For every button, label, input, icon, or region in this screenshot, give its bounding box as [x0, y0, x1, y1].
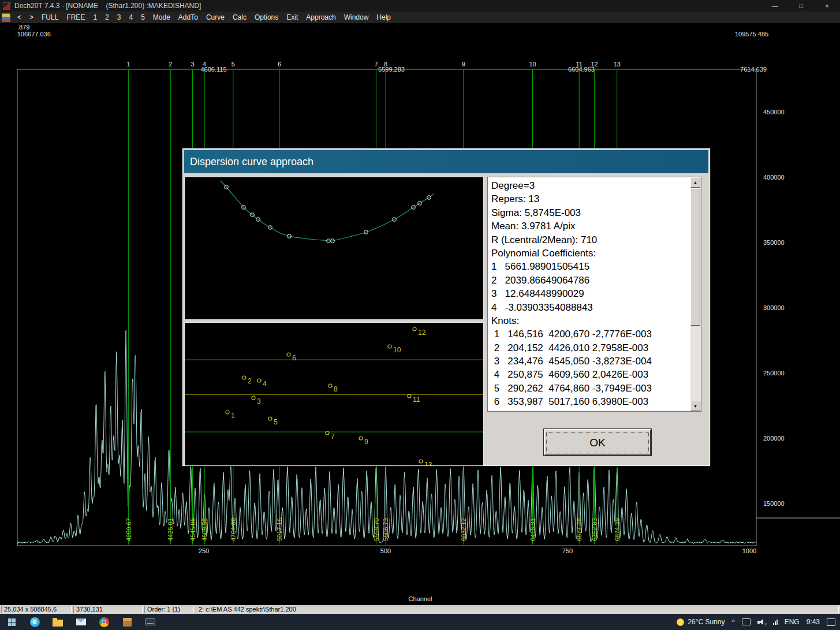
chrome-icon — [99, 617, 109, 627]
fit-info-line: 5 290,262 4764,860 -3,7949E-003 — [491, 382, 690, 395]
volume-muted-icon[interactable]: × — [757, 619, 766, 625]
tray-expand-icon[interactable]: ^ — [731, 618, 734, 625]
fit-info-line: 6 353,987 5017,160 6,3980E-003 — [491, 395, 690, 408]
menu-item-5[interactable]: 5 — [137, 13, 149, 21]
residual-point-13 — [419, 460, 423, 463]
residual-point-label: 13 — [424, 461, 432, 466]
residual-point-label: 8 — [334, 385, 338, 393]
scrollbar-thumb[interactable] — [690, 188, 700, 326]
fit-info-line: 4 250,875 4609,560 2,0426E-003 — [491, 368, 690, 381]
taskbar-item-chrome[interactable] — [92, 614, 115, 630]
wavelength-scale-label: 7614.639 — [740, 66, 767, 73]
residual-point-3 — [252, 396, 255, 400]
menu-item-calc[interactable]: Calc — [229, 13, 251, 21]
windows-logo-icon — [8, 618, 16, 626]
residual-point-label: 3 — [257, 397, 261, 405]
maximize-button[interactable]: □ — [788, 0, 814, 12]
scroll-down-icon[interactable]: ▼ — [690, 401, 700, 411]
window-controls: — □ × — [762, 0, 840, 12]
y-axis-tick: 400000 — [763, 174, 785, 181]
taskbar-item-mail[interactable] — [69, 614, 92, 630]
fit-info-line: 2 204,152 4426,010 2,7958E-003 — [491, 341, 690, 355]
scroll-up-icon[interactable]: ▲ — [690, 177, 700, 188]
reper-number-2: 2 — [169, 61, 172, 68]
menu-item-options[interactable]: Options — [251, 13, 282, 21]
reper-wavelength-label: 4545.05 — [189, 518, 196, 541]
fit-info-line: 3 234,476 4545,050 -3,8273E-004 — [491, 355, 690, 368]
status-cursor-coords: 25,034 x 508845,6 — [1, 606, 72, 613]
start-button[interactable] — [0, 614, 23, 630]
keyboard-icon — [145, 618, 155, 625]
menu-item-3[interactable]: 3 — [113, 13, 125, 21]
x-axis-tick: 250 — [199, 547, 209, 554]
taskbar-clock[interactable]: 9:43 — [807, 618, 820, 626]
residual-point-label: 11 — [413, 396, 420, 404]
menu-item-curve[interactable]: Curve — [202, 13, 229, 21]
menu-item-approach[interactable]: Approach — [302, 13, 339, 21]
close-button[interactable]: × — [814, 0, 840, 12]
dialog-title: Dispersion curve approach — [190, 156, 313, 167]
fit-info-line: Sigma: 5,8745E-003 — [491, 206, 690, 219]
menu-items: <>FULLFREE12345ModeAddToCurveCalcOptions… — [13, 13, 395, 21]
fit-info-line: 3 12.648448990029 — [491, 287, 690, 300]
reper-number-5: 5 — [232, 61, 235, 68]
fit-info-line: 4 -3.03903354088843 — [491, 301, 690, 314]
menu-item-full[interactable]: FULL — [38, 13, 62, 21]
network-icon[interactable] — [773, 619, 778, 625]
taskbar: e 26°C Sunny ^ × ENG 9:43 — [0, 614, 840, 630]
weather-text: 26°C Sunny — [688, 618, 725, 626]
reper-number-6: 6 — [278, 61, 281, 68]
taskbar-item-app1[interactable] — [115, 614, 139, 630]
language-indicator[interactable]: ENG — [785, 618, 800, 626]
reper-wavelength-label: 4764.86 — [230, 518, 237, 541]
fit-info-line: 1 5661.98901505415 — [491, 260, 690, 273]
cursor-readout-right: 109575.485 — [735, 31, 768, 38]
fit-info-line: Repers: 13 — [491, 192, 690, 206]
dispersion-dialog: Dispersion curve approach 12345678910111… — [182, 148, 710, 466]
dispersion-curve-plot — [184, 177, 484, 320]
fit-info-line: 2 2039.86649064786 — [491, 274, 690, 287]
fit-info-line: R (Lcentral/2Mean): 710 — [491, 233, 690, 247]
mute-x-icon: × — [764, 622, 767, 627]
edge-icon: e — [30, 617, 40, 627]
menu-item-4[interactable]: 4 — [125, 13, 137, 21]
ok-button[interactable]: OK — [544, 429, 651, 456]
menu-item-1[interactable]: 1 — [89, 13, 101, 21]
residual-point-12 — [413, 327, 416, 331]
residual-point-5 — [268, 417, 272, 420]
menu-item-prev[interactable]: < — [13, 13, 25, 21]
residual-point-9 — [359, 437, 363, 440]
wavelength-scale-label: 4606.115 — [200, 66, 226, 73]
menu-item-exit[interactable]: Exit — [282, 13, 302, 21]
menu-item-help[interactable]: Help — [372, 13, 395, 21]
window-title: Dech20T 7.4.3 - [NONAME (Sthar1.200) :MA… — [14, 2, 201, 10]
menu-item-window[interactable]: Window — [340, 13, 373, 21]
weather-widget[interactable]: 26°C Sunny — [677, 618, 725, 626]
action-center-icon[interactable] — [827, 618, 835, 626]
minimize-button[interactable]: — — [762, 0, 788, 12]
system-tray: 26°C Sunny ^ × ENG 9:43 — [677, 618, 840, 626]
menu-item-next[interactable]: > — [25, 13, 38, 21]
menu-item-free[interactable]: FREE — [62, 13, 89, 21]
display-tray-icon[interactable] — [742, 618, 751, 625]
dialog-title-bar[interactable]: Dispersion curve approach — [184, 150, 708, 173]
reper-wavelength-label: 4200.67 — [125, 518, 132, 541]
taskbar-item-app2[interactable] — [139, 614, 162, 630]
residuals-plot: 12345678910111213 — [184, 322, 484, 466]
reper-wavelength-label: 6416.31 — [529, 518, 536, 541]
reper-wavelength-label: 6752.83 — [591, 518, 598, 541]
info-scrollbar[interactable]: ▲ ▼ — [690, 177, 701, 412]
taskbar-item-explorer[interactable] — [46, 614, 69, 630]
menu-item-mode[interactable]: Mode — [149, 13, 174, 21]
mail-icon — [76, 618, 86, 625]
menu-item-2[interactable]: 2 — [101, 13, 113, 21]
status-bar: 25,034 x 508845,6 3730,131 Order: 1 (1) … — [0, 605, 840, 614]
taskbar-item-edge[interactable]: e — [23, 614, 46, 630]
residual-point-label: 9 — [364, 438, 368, 446]
x-axis-tick: 750 — [562, 547, 573, 554]
status-value: 3730,131 — [73, 606, 143, 613]
fit-info-line: Polynomial Coefficients: — [491, 247, 690, 260]
menu-item-addto[interactable]: AddTo — [174, 13, 202, 21]
x-axis-tick: 500 — [380, 547, 391, 554]
fit-info-line: 1 146,516 4200,670 -2,7776E-003 — [491, 327, 690, 341]
